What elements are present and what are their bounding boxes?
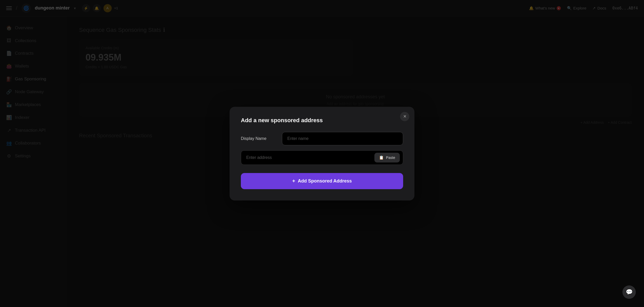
modal-overlay: ✕ Add a new sponsored address Display Na… <box>0 0 644 307</box>
modal-title: Add a new sponsored address <box>241 117 403 124</box>
paste-label: Paste <box>386 156 395 160</box>
modal: ✕ Add a new sponsored address Display Na… <box>230 107 414 200</box>
submit-label: Add Sponsored Address <box>298 178 352 184</box>
address-input[interactable] <box>246 151 374 165</box>
plus-icon: + <box>292 178 295 184</box>
display-name-row: Display Name <box>241 132 403 145</box>
display-name-input[interactable] <box>282 132 403 145</box>
address-row: 📋 Paste <box>241 150 403 165</box>
modal-close-button[interactable]: ✕ <box>400 112 409 121</box>
paste-icon: 📋 <box>379 155 384 160</box>
chat-bubble[interactable]: 💬 <box>622 285 636 299</box>
paste-button[interactable]: 📋 Paste <box>374 153 400 162</box>
add-sponsored-address-button[interactable]: + Add Sponsored Address <box>241 173 403 189</box>
main-layout: 🏠 Overview 🖼 Collections 📄 Contracts 👛 W… <box>0 16 644 307</box>
display-name-label: Display Name <box>241 136 277 141</box>
